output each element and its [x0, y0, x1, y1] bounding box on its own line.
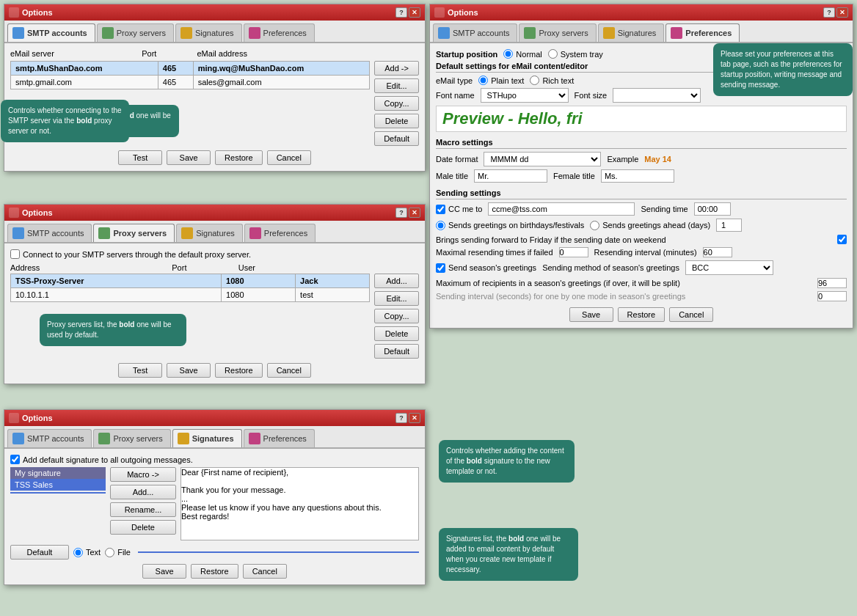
smtp-add-btn[interactable]: Add -> — [374, 61, 419, 76]
greetings-days-input[interactable] — [716, 219, 742, 232]
sig-file-radio[interactable] — [105, 548, 114, 557]
startup-tray-radio[interactable] — [548, 49, 558, 59]
table-row[interactable]: smtp.gmail.com 465 sales@gmail.com — [11, 76, 370, 89]
sig-format-text-label[interactable]: Text — [73, 548, 101, 557]
proxy-connect-checkbox[interactable] — [10, 249, 20, 259]
smtp-default-btn[interactable]: Default — [374, 131, 419, 146]
proxy-edit-btn[interactable]: Edit... — [374, 291, 419, 306]
table-row[interactable]: 10.10.1.1 1080 test — [11, 288, 370, 302]
sig-help-btn[interactable]: ? — [395, 413, 407, 423]
sig-textarea[interactable]: Dear {First name of recipient}, Thank yo… — [180, 467, 419, 540]
sig-add-default-checkbox[interactable] — [10, 455, 20, 464]
smtp-restore-btn[interactable]: Restore — [215, 150, 263, 165]
male-title-input[interactable] — [474, 169, 547, 183]
tab-pref-sig[interactable]: Signatures — [598, 23, 665, 42]
smtp-save-btn[interactable]: Save — [167, 150, 211, 165]
smtp-test-btn[interactable]: Test — [118, 150, 162, 165]
smtp-delete-btn[interactable]: Delete — [374, 114, 419, 128]
rich-text-label[interactable]: Rich text — [530, 76, 574, 85]
proxy-close-btn[interactable]: ✕ — [409, 208, 420, 218]
friday-checkbox[interactable] — [837, 235, 847, 244]
greetings-days-spinner[interactable] — [716, 219, 742, 232]
sig-add-btn[interactable]: Add... — [110, 485, 176, 499]
sig-default-btn[interactable]: Default — [10, 545, 69, 560]
sig-restore-btn[interactable]: Restore — [191, 564, 238, 579]
tab-proxy-pref[interactable]: Preferences — [244, 224, 316, 242]
startup-tray-label[interactable]: System tray — [548, 49, 603, 59]
proxy-test-btn[interactable]: Test — [118, 363, 162, 378]
sig-rename-btn[interactable]: Rename... — [110, 502, 176, 517]
proxy-default-btn[interactable]: Default — [374, 344, 419, 359]
sig-cancel-btn[interactable]: Cancel — [243, 564, 287, 579]
greetings-bday-label[interactable]: Sends greetings on birthdays/festivals — [436, 221, 584, 230]
tab-proxy-proxy[interactable]: Proxy servers — [93, 224, 175, 242]
sig-text-radio[interactable] — [73, 548, 83, 557]
startup-normal-radio[interactable] — [503, 49, 513, 59]
font-name-select[interactable]: STHupo — [481, 88, 569, 103]
female-title-input[interactable] — [601, 169, 674, 183]
rich-text-radio[interactable] — [530, 76, 539, 85]
proxy-help-btn[interactable]: ? — [395, 208, 407, 218]
table-row[interactable]: TSS-Proxy-Server 1080 Jack — [11, 274, 370, 288]
tab-sig-proxy[interactable]: Proxy servers — [93, 429, 170, 447]
plain-text-label[interactable]: Plain text — [478, 76, 524, 85]
ccme-checkbox-label[interactable]: CC me to — [436, 205, 482, 214]
max-recipients-input[interactable] — [817, 278, 847, 288]
tab-pref-smtp[interactable]: SMTP accounts — [433, 23, 517, 42]
pref-restore-btn[interactable]: Restore — [618, 307, 665, 322]
sending-interval-input[interactable] — [817, 291, 847, 301]
seasons-method-select[interactable]: BCC — [685, 260, 773, 275]
smtp-close-btn[interactable]: ✕ — [409, 7, 420, 18]
tab-proxy-sig[interactable]: Signatures — [176, 224, 243, 242]
proxy-cancel-btn[interactable]: Cancel — [267, 363, 311, 378]
proxy-copy-btn[interactable]: Copy... — [374, 309, 419, 323]
seasons-checkbox-label[interactable]: Send season's greetings — [436, 263, 536, 273]
tab-sig-smtp[interactable]: SMTP accounts — [7, 429, 92, 447]
pref-close-btn[interactable]: ✕ — [836, 7, 848, 18]
plain-text-radio[interactable] — [478, 76, 488, 85]
tab-pref-proxy[interactable]: Proxy servers — [519, 23, 596, 42]
date-format-select[interactable]: MMMM dd — [484, 152, 601, 166]
smtp-edit-btn[interactable]: Edit... — [374, 78, 419, 93]
proxy-delete-btn[interactable]: Delete — [374, 326, 419, 341]
sending-time-input[interactable] — [694, 202, 731, 216]
font-name-label: Font name — [436, 91, 475, 100]
proxy-restore-btn[interactable]: Restore — [215, 363, 263, 378]
proxy-connect-label[interactable]: Connect to your SMTP servers through the… — [10, 249, 419, 259]
tab-pref-pref[interactable]: Preferences — [665, 23, 740, 42]
tab-smtp-accounts[interactable]: SMTP accounts — [7, 23, 95, 42]
sig-format-file-label[interactable]: File — [105, 548, 131, 557]
sig-macro-btn[interactable]: Macro -> — [110, 467, 176, 482]
table-row[interactable]: smtp.MuShanDao.com 465 ming.wq@MuShanDao… — [11, 62, 370, 76]
proxy-save-btn[interactable]: Save — [167, 363, 211, 378]
ccme-input[interactable] — [488, 202, 635, 216]
greetings-bday-radio[interactable] — [436, 221, 445, 230]
sig-add-default-label[interactable]: Add default signature to all outgoing me… — [10, 455, 419, 464]
smtp-window-title: Options — [22, 8, 53, 17]
resend-interval-input[interactable] — [703, 247, 732, 257]
smtp-help-btn[interactable]: ? — [395, 7, 407, 18]
sig-close-btn[interactable]: ✕ — [409, 413, 420, 423]
sig-save-btn[interactable]: Save — [142, 564, 186, 579]
list-item[interactable]: TSS Sales — [10, 479, 106, 491]
proxy-add-btn[interactable]: Add... — [374, 274, 419, 288]
tab-sig-sig[interactable]: Signatures — [172, 429, 242, 447]
tab-smtp-proxy[interactable]: Proxy servers — [97, 23, 174, 42]
max-resend-input[interactable] — [559, 247, 588, 257]
sig-delete-btn[interactable]: Delete — [110, 520, 176, 535]
tab-sig-pref[interactable]: Preferences — [244, 429, 315, 447]
greetings-ahead-radio[interactable] — [590, 221, 599, 230]
tab-proxy-smtp[interactable]: SMTP accounts — [7, 224, 92, 242]
smtp-cancel-btn[interactable]: Cancel — [267, 150, 311, 165]
seasons-checkbox[interactable] — [436, 263, 445, 273]
tab-smtp-sig[interactable]: Signatures — [175, 23, 242, 42]
pref-save-btn[interactable]: Save — [569, 307, 613, 322]
greetings-ahead-label[interactable]: Sends greetings ahead (days) — [590, 221, 710, 230]
tab-smtp-pref[interactable]: Preferences — [244, 23, 315, 42]
pref-cancel-btn[interactable]: Cancel — [669, 307, 713, 322]
startup-normal-label[interactable]: Normal — [503, 49, 541, 59]
ccme-checkbox[interactable] — [436, 205, 445, 214]
font-size-select[interactable] — [613, 88, 701, 103]
pref-help-btn[interactable]: ? — [823, 7, 835, 18]
smtp-copy-btn[interactable]: Copy... — [374, 96, 419, 111]
